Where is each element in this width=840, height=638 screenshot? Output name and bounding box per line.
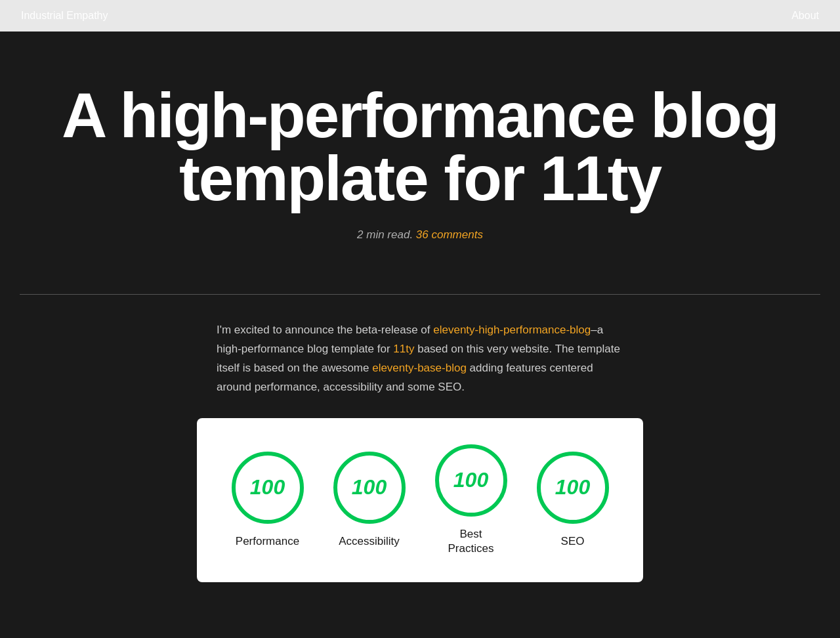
article-content: I'm excited to announce the beta-release… [197, 321, 643, 397]
about-link[interactable]: About [791, 10, 819, 22]
score-circle-accessibility: 100 [333, 452, 406, 524]
score-label-seo: SEO [561, 534, 585, 549]
score-value-accessibility: 100 [352, 475, 387, 500]
score-item-seo: 100 SEO [537, 452, 609, 549]
comments-link[interactable]: 36 comments [416, 228, 483, 241]
score-item-performance: 100 Performance [232, 452, 304, 549]
11ty-link[interactable]: 11ty [393, 343, 414, 355]
hero-section: A high-performance blog template for 11t… [0, 32, 840, 268]
score-item-accessibility: 100 Accessibility [333, 452, 406, 549]
score-value-seo: 100 [555, 475, 590, 500]
read-time: 2 min read. [357, 228, 413, 241]
score-circle-best-practices: 100 [435, 444, 507, 517]
navbar: Industrial Empathy About [0, 0, 840, 32]
eleventy-high-performance-blog-link[interactable]: eleventy-high-performance-blog [433, 324, 591, 336]
score-label-accessibility: Accessibility [339, 534, 400, 549]
hero-heading: A high-performance blog template for 11t… [26, 84, 814, 210]
site-title[interactable]: Industrial Empathy [21, 10, 108, 22]
score-label-performance: Performance [236, 534, 299, 549]
eleventy-base-blog-link[interactable]: eleventy-base-blog [372, 362, 467, 374]
hero-meta: 2 min read. 36 comments [26, 228, 814, 242]
section-divider [20, 294, 820, 295]
score-circle-performance: 100 [232, 452, 304, 524]
hero-heading-line2: template for 11ty [179, 143, 661, 213]
score-circle-seo: 100 [537, 452, 609, 524]
score-item-best-practices: 100 BestPractices [435, 444, 507, 556]
score-value-best-practices: 100 [453, 468, 488, 492]
article-paragraph: I'm excited to announce the beta-release… [217, 321, 623, 397]
hero-heading-line1: A high-performance blog [62, 80, 778, 150]
score-label-best-practices: BestPractices [448, 527, 494, 556]
score-value-performance: 100 [250, 475, 285, 500]
scores-card: 100 Performance 100 Accessibility 100 Be… [197, 418, 643, 582]
